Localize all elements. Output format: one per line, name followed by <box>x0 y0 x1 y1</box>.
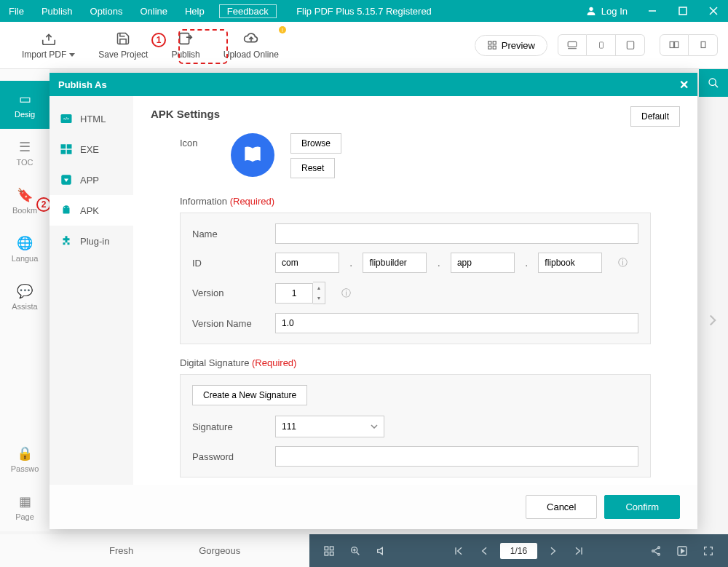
thumbnails-button[interactable] <box>318 540 340 562</box>
reset-icon-button[interactable]: Reset <box>290 158 335 178</box>
maximize-button[interactable] <box>668 0 697 22</box>
autoplay-button[interactable] <box>671 540 693 562</box>
chevron-right-icon <box>703 306 722 335</box>
browse-icon-button[interactable]: Browse <box>290 133 341 154</box>
help-icon[interactable]: ⓘ <box>341 287 351 300</box>
template-fresh[interactable]: Fresh <box>109 545 133 556</box>
sound-button[interactable] <box>371 540 392 562</box>
help-icon[interactable]: ⓘ <box>618 256 628 269</box>
app-icon <box>60 173 73 186</box>
svg-rect-28 <box>325 547 328 550</box>
confirm-button[interactable]: Confirm <box>604 495 680 519</box>
modal-footer: Cancel Confirm <box>50 485 697 529</box>
publish-type-plugin[interactable]: Plug-in <box>50 226 133 256</box>
rail-bookmark[interactable]: 🔖Bookm <box>0 177 50 225</box>
next-page-chevron[interactable] <box>703 306 722 335</box>
rail-label: Assista <box>12 302 37 311</box>
signature-select[interactable]: 111 <box>275 416 384 437</box>
menu-options[interactable]: Options <box>82 6 132 17</box>
last-page-button[interactable] <box>568 540 590 562</box>
save-project-button[interactable]: Save Project <box>87 26 159 64</box>
publish-type-apk[interactable]: APK <box>50 195 133 226</box>
template-gorgeous[interactable]: Gorgeous <box>199 545 240 556</box>
import-pdf-button[interactable]: Import PDF <box>10 26 87 64</box>
name-input[interactable] <box>275 223 638 244</box>
menu-help[interactable]: Help <box>176 6 213 17</box>
chat-icon: 💬 <box>0 283 50 299</box>
device-phone[interactable] <box>587 34 616 56</box>
last-icon <box>573 545 585 557</box>
svg-rect-29 <box>330 547 333 550</box>
import-label: Import PDF <box>22 49 66 60</box>
menu-file[interactable]: File <box>0 6 33 17</box>
zoom-button[interactable] <box>344 540 366 562</box>
modal-close-button[interactable]: ✕ <box>679 78 689 92</box>
cancel-button[interactable]: Cancel <box>526 495 597 519</box>
bottom-bar: Fresh Gorgeous 1/16 <box>0 534 728 567</box>
svg-rect-21 <box>61 144 66 148</box>
step-down-icon[interactable]: ▼ <box>313 293 325 304</box>
minimize-button[interactable] <box>638 0 667 22</box>
id-part-4[interactable] <box>538 253 602 273</box>
rail-page[interactable]: ▦Page <box>0 483 50 531</box>
rail-label: Page <box>15 512 34 521</box>
grid-icon <box>487 40 497 50</box>
notification-badge: ! <box>279 26 286 33</box>
windows-icon <box>60 143 73 156</box>
device-tablet[interactable] <box>616 34 645 56</box>
menu-publish[interactable]: Publish <box>33 6 82 17</box>
id-part-1[interactable] <box>275 253 339 273</box>
feedback-button[interactable]: Feedback <box>219 4 277 18</box>
default-button[interactable]: Default <box>630 106 680 127</box>
layout-single[interactable] <box>689 34 718 56</box>
dot: . <box>437 256 440 269</box>
svg-rect-6 <box>488 41 491 44</box>
version-stepper[interactable]: ▲▼ <box>313 282 325 304</box>
menu-online[interactable]: Online <box>131 6 176 17</box>
create-signature-button[interactable]: Create a New Signature <box>192 385 307 405</box>
version-input[interactable] <box>275 283 313 304</box>
preview-button[interactable]: Preview <box>475 35 547 56</box>
publish-button[interactable]: Publish <box>159 26 211 64</box>
sidebar-item-label: EXE <box>80 144 99 155</box>
prev-page-button[interactable] <box>474 540 496 562</box>
password-input[interactable] <box>275 446 638 467</box>
upload-label: Upload Online <box>223 49 279 60</box>
page-indicator[interactable]: 1/16 <box>500 543 537 559</box>
share-icon <box>650 545 662 557</box>
publish-as-modal: Publish As ✕ </>HTML EXE APP APK Plug-in… <box>50 73 697 529</box>
share-button[interactable] <box>645 540 667 562</box>
main-toolbar: Import PDF Save Project Publish ! Upload… <box>0 22 728 69</box>
rail-password[interactable]: 🔒Passwo <box>0 435 50 483</box>
version-name-input[interactable] <box>275 313 638 333</box>
search-button[interactable] <box>699 69 728 97</box>
lock-icon: 🔒 <box>0 445 50 461</box>
rail-design[interactable]: ▭Desig <box>0 81 50 129</box>
publish-type-app[interactable]: APP <box>50 164 133 195</box>
device-desktop[interactable] <box>558 34 587 56</box>
step-up-icon[interactable]: ▲ <box>313 282 325 293</box>
publish-type-html[interactable]: </>HTML <box>50 103 133 134</box>
close-button[interactable] <box>699 0 728 22</box>
layout-spread[interactable] <box>660 34 689 56</box>
modal-titlebar: Publish As ✕ <box>50 73 697 96</box>
id-part-3[interactable] <box>451 253 515 273</box>
svg-point-26 <box>64 207 66 209</box>
upload-online-button[interactable]: ! Upload Online <box>212 26 290 64</box>
close-icon <box>709 7 718 15</box>
rail-assistant[interactable]: 💬Assista <box>0 273 50 321</box>
login-label: Log In <box>601 6 628 17</box>
svg-rect-12 <box>599 42 603 48</box>
rail-toc[interactable]: ☰TOC <box>0 129 50 177</box>
android-icon <box>60 204 73 217</box>
login-button[interactable]: Log In <box>577 5 636 17</box>
next-page-button[interactable] <box>542 540 563 562</box>
svg-rect-30 <box>325 552 328 555</box>
svg-rect-5 <box>180 33 189 44</box>
publish-type-exe[interactable]: EXE <box>50 134 133 164</box>
first-page-button[interactable] <box>448 540 470 562</box>
rail-language[interactable]: 🌐Langua <box>0 225 50 273</box>
fullscreen-button[interactable] <box>697 540 719 562</box>
layout-switcher <box>660 34 718 56</box>
id-part-2[interactable] <box>363 253 427 273</box>
